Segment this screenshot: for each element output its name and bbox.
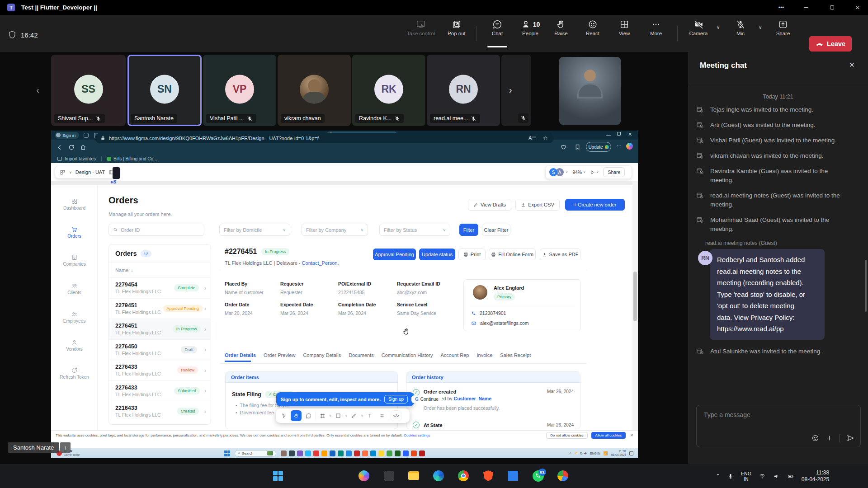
people-button[interactable]: 10 People [512, 19, 548, 36]
window-more-icon[interactable]: ••• [771, 0, 792, 15]
react-button[interactable]: React [578, 19, 607, 36]
export-csv-button[interactable]: Export CSV [515, 199, 560, 211]
save-as-pdf-button[interactable]: Save as PDF [540, 249, 580, 260]
pop-out-button[interactable]: Pop out [442, 19, 471, 36]
more-button[interactable]: More [642, 19, 670, 36]
filter-button[interactable]: Filter [459, 224, 478, 236]
window-close-icon[interactable]: ✕ [847, 0, 868, 15]
text-tool-icon[interactable] [364, 410, 375, 421]
chat-message-input[interactable] [703, 411, 816, 419]
order-row[interactable]: 2276433TL Flex Holdings LLC Review › [109, 360, 211, 380]
share-button[interactable]: Share [769, 19, 797, 36]
language-indicator[interactable]: ENGIN [741, 471, 751, 482]
inner-taskbar-apps[interactable] [281, 450, 427, 456]
file-explorer-icon[interactable] [407, 469, 420, 483]
whatsapp-icon[interactable]: 81 [531, 469, 545, 483]
allow-cookies-button[interactable]: Allow all cookies [591, 432, 626, 439]
vscode-icon[interactable] [506, 469, 520, 483]
raise-hand-button[interactable]: Raise [547, 19, 576, 36]
tab-documents[interactable]: Documents [349, 352, 374, 358]
window-minimize-icon[interactable] [796, 0, 816, 15]
wifi-icon[interactable] [759, 473, 766, 479]
chat-button[interactable]: Chat [483, 19, 512, 36]
chrome-icon[interactable] [457, 469, 470, 483]
contact-person-link[interactable]: Contact_Person. [302, 260, 339, 266]
order-row[interactable]: 2216433TL Flex Holdings LLC Created › [109, 401, 211, 422]
sidebar-item-dashboard[interactable]: Dashboard [51, 198, 98, 211]
app-icon[interactable] [382, 469, 396, 483]
tiles-scroll-right-icon[interactable]: › [509, 85, 512, 95]
tab-sales-receipt[interactable]: Sales Receipt [500, 352, 531, 358]
pen-tool-icon[interactable] [349, 410, 359, 421]
filter-company-select[interactable]: Filter by Company∨ [302, 224, 368, 236]
browser-update-button[interactable]: Update [586, 142, 611, 152]
orders-name-column-header[interactable]: Name↓ [109, 263, 211, 277]
chevron-down-icon[interactable]: ∨ [361, 414, 363, 418]
brave-icon[interactable] [481, 469, 495, 483]
component-tool-icon[interactable] [377, 410, 387, 421]
tab-company-details[interactable]: Company Details [303, 352, 341, 358]
participant-tile[interactable]: RK Ravindra K... [352, 55, 425, 126]
update-status-button[interactable]: Update status [419, 249, 455, 260]
view-drafts-button[interactable]: View Drafts [468, 199, 511, 211]
inner-notification-icon[interactable] [629, 451, 633, 455]
url-field[interactable]: https://www.figma.com/design/9BKQ0FOHRWa… [95, 133, 554, 143]
contact-phone[interactable]: 2123874901 [480, 310, 506, 316]
send-icon[interactable] [846, 434, 855, 442]
browser-scrollbar[interactable] [632, 181, 638, 430]
close-chat-icon[interactable]: ✕ [849, 61, 855, 69]
browser-profile-button[interactable]: Sign in [55, 132, 79, 139]
approval-pending-button[interactable]: Approval Pending [373, 249, 416, 260]
inner-search-box[interactable]: ⌕Search [235, 450, 276, 457]
customer-name-link[interactable]: Customer_Name [454, 396, 491, 401]
filter-status-select[interactable]: Filter by Status∨ [379, 224, 450, 236]
collaborator-avatar[interactable]: S [549, 168, 557, 176]
fill-online-form-button[interactable]: Fill Online Form [489, 249, 536, 260]
scrollbar-thumb[interactable] [633, 272, 637, 321]
order-row-selected[interactable]: 2276451TL Flex Holdings LLC In Progress … [109, 319, 211, 339]
participant-tile-active-speaker[interactable]: SN Santosh Narate [127, 55, 202, 126]
sidebar-item-orders[interactable]: Orders [51, 226, 98, 239]
volume-icon[interactable] [773, 473, 780, 479]
contact-email[interactable]: alex@vstatefilings.com [480, 320, 529, 326]
inner-tray-chevron-icon[interactable]: ^ [570, 451, 571, 455]
create-new-order-button[interactable]: + Create new order [565, 199, 625, 211]
home-icon[interactable] [80, 144, 86, 150]
copilot-tab-icon[interactable] [84, 133, 89, 138]
chat-input-box[interactable] [696, 405, 861, 447]
browser-minimize-icon[interactable]: — [606, 132, 611, 137]
tab-order-details[interactable]: Order Details [225, 352, 256, 358]
shape-tool-icon[interactable] [333, 410, 344, 421]
sidebar-item-refresh-token[interactable]: Refresh Token [51, 367, 98, 380]
start-button[interactable] [271, 469, 285, 483]
tab-communication-history[interactable]: Communication History [382, 352, 433, 358]
participant-tile-partial[interactable] [501, 55, 531, 126]
browser-close-icon[interactable]: ✕ [628, 131, 632, 137]
view-button[interactable]: View [610, 19, 639, 36]
figma-zoom-level[interactable]: 94% [572, 169, 582, 175]
order-row[interactable]: 2276433TL Flex Holdings LLC Submitted › [109, 380, 211, 401]
participant-tile[interactable]: RN read.ai mee... [427, 55, 500, 126]
taskbar-clock[interactable]: 11:38 08-04-2025 [802, 469, 829, 483]
read-aloud-icon[interactable]: A𝄙 [528, 135, 536, 141]
filter-domicile-select[interactable]: Filter by Domicile∨ [219, 224, 290, 236]
add-overlay-button[interactable]: + [60, 442, 71, 453]
participant-tile-video[interactable] [559, 57, 621, 125]
clear-filter-button[interactable]: Clear Filter [482, 224, 510, 236]
participant-tile[interactable]: VP Vishal Patil ... [203, 55, 276, 126]
chrome-profile-icon[interactable] [556, 469, 570, 483]
deny-cookies-button[interactable]: Do not allow cookies [546, 432, 587, 439]
figma-file-menu[interactable]: ∨ Design - UAT [55, 166, 119, 178]
sidebar-item-companies[interactable]: Companies [51, 254, 98, 267]
banner-continue-google-button[interactable]: GContinue [411, 395, 442, 403]
order-row[interactable]: 2279451TL Flex Holdings LLC Approval Pen… [109, 298, 211, 319]
figma-share-button[interactable]: Share [603, 167, 625, 177]
banner-sign-up-button[interactable]: Sign up [384, 395, 408, 404]
camera-button[interactable]: Camera [684, 19, 713, 36]
camera-options-chevron-icon[interactable]: ∨ [717, 25, 720, 30]
present-icon[interactable] [590, 170, 595, 175]
edge-icon[interactable] [432, 469, 445, 483]
bookmark-bills[interactable]: Bills | Billing and Co... [113, 156, 157, 161]
tiles-scroll-left-icon[interactable]: ‹ [36, 85, 39, 95]
attach-plus-icon[interactable] [826, 434, 833, 442]
